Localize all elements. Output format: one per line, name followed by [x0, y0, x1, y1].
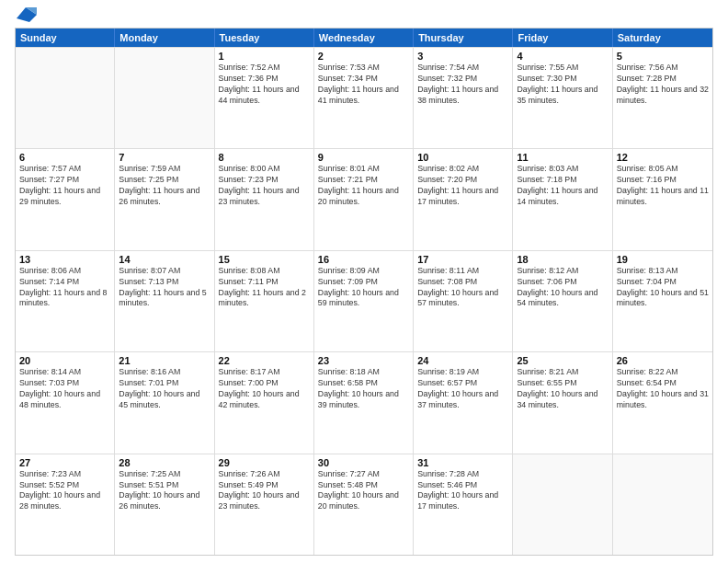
cell-details: Sunrise: 7:28 AM Sunset: 5:46 PM Dayligh… [417, 469, 508, 513]
calendar-row-1: 6Sunrise: 7:57 AM Sunset: 7:27 PM Daylig… [16, 148, 712, 249]
calendar-cell: 27Sunrise: 7:23 AM Sunset: 5:52 PM Dayli… [16, 454, 115, 555]
cell-details: Sunrise: 7:57 AM Sunset: 7:27 PM Dayligh… [19, 164, 110, 208]
day-number: 24 [417, 355, 508, 366]
calendar-cell [613, 454, 712, 555]
calendar-cell: 8Sunrise: 8:00 AM Sunset: 7:23 PM Daylig… [215, 149, 314, 249]
cell-details: Sunrise: 7:53 AM Sunset: 7:34 PM Dayligh… [318, 63, 409, 107]
cell-details: Sunrise: 7:52 AM Sunset: 7:36 PM Dayligh… [219, 63, 310, 107]
cell-details: Sunrise: 8:13 AM Sunset: 7:04 PM Dayligh… [617, 266, 709, 310]
day-number: 9 [318, 152, 409, 163]
calendar-cell: 21Sunrise: 8:16 AM Sunset: 7:01 PM Dayli… [115, 352, 214, 453]
calendar-cell: 2Sunrise: 7:53 AM Sunset: 7:34 PM Daylig… [314, 48, 414, 148]
cell-details: Sunrise: 7:55 AM Sunset: 7:30 PM Dayligh… [517, 63, 608, 107]
calendar-row-3: 20Sunrise: 8:14 AM Sunset: 7:03 PM Dayli… [16, 351, 712, 453]
day-number: 30 [318, 457, 409, 468]
cell-details: Sunrise: 8:21 AM Sunset: 6:55 PM Dayligh… [517, 367, 608, 411]
logo-icon [17, 7, 37, 22]
calendar-cell: 12Sunrise: 8:05 AM Sunset: 7:16 PM Dayli… [613, 149, 712, 249]
calendar: SundayMondayTuesdayWednesdayThursdayFrid… [15, 28, 713, 556]
calendar-cell: 1Sunrise: 7:52 AM Sunset: 7:36 PM Daylig… [215, 48, 314, 148]
header [15, 11, 713, 22]
day-number: 31 [417, 457, 508, 468]
header-day-saturday: Saturday [613, 29, 712, 47]
cell-details: Sunrise: 8:22 AM Sunset: 6:54 PM Dayligh… [617, 367, 709, 411]
cell-details: Sunrise: 7:59 AM Sunset: 7:25 PM Dayligh… [119, 164, 210, 208]
day-number: 27 [19, 457, 110, 468]
calendar-row-4: 27Sunrise: 7:23 AM Sunset: 5:52 PM Dayli… [16, 454, 712, 555]
calendar-cell: 19Sunrise: 8:13 AM Sunset: 7:04 PM Dayli… [613, 251, 712, 351]
calendar-cell: 3Sunrise: 7:54 AM Sunset: 7:32 PM Daylig… [414, 48, 513, 148]
cell-details: Sunrise: 8:08 AM Sunset: 7:11 PM Dayligh… [219, 266, 310, 310]
day-number: 19 [617, 254, 709, 265]
calendar-cell: 15Sunrise: 8:08 AM Sunset: 7:11 PM Dayli… [215, 251, 314, 351]
calendar-cell: 23Sunrise: 8:18 AM Sunset: 6:58 PM Dayli… [314, 352, 414, 453]
cell-details: Sunrise: 7:25 AM Sunset: 5:51 PM Dayligh… [119, 469, 210, 513]
calendar-cell [513, 454, 612, 555]
day-number: 10 [417, 152, 508, 163]
calendar-cell: 22Sunrise: 8:17 AM Sunset: 7:00 PM Dayli… [215, 352, 314, 453]
cell-details: Sunrise: 8:01 AM Sunset: 7:21 PM Dayligh… [318, 164, 409, 208]
cell-details: Sunrise: 8:12 AM Sunset: 7:06 PM Dayligh… [517, 266, 608, 310]
calendar-cell: 13Sunrise: 8:06 AM Sunset: 7:14 PM Dayli… [16, 251, 115, 351]
calendar-cell: 18Sunrise: 8:12 AM Sunset: 7:06 PM Dayli… [513, 251, 612, 351]
calendar-cell: 6Sunrise: 7:57 AM Sunset: 7:27 PM Daylig… [16, 149, 115, 249]
cell-details: Sunrise: 7:23 AM Sunset: 5:52 PM Dayligh… [19, 469, 110, 513]
logo [15, 11, 37, 22]
cell-details: Sunrise: 8:16 AM Sunset: 7:01 PM Dayligh… [119, 367, 210, 411]
header-day-sunday: Sunday [16, 29, 115, 47]
day-number: 3 [417, 51, 508, 62]
calendar-cell: 16Sunrise: 8:09 AM Sunset: 7:09 PM Dayli… [314, 251, 414, 351]
cell-details: Sunrise: 7:27 AM Sunset: 5:48 PM Dayligh… [318, 469, 409, 513]
day-number: 7 [119, 152, 210, 163]
cell-details: Sunrise: 8:18 AM Sunset: 6:58 PM Dayligh… [318, 367, 409, 411]
day-number: 12 [617, 152, 709, 163]
calendar-cell [115, 48, 214, 148]
day-number: 25 [517, 355, 608, 366]
calendar-cell: 9Sunrise: 8:01 AM Sunset: 7:21 PM Daylig… [314, 149, 414, 249]
day-number: 26 [617, 355, 709, 366]
cell-details: Sunrise: 8:07 AM Sunset: 7:13 PM Dayligh… [119, 266, 210, 310]
cell-details: Sunrise: 8:03 AM Sunset: 7:18 PM Dayligh… [517, 164, 608, 208]
calendar-cell: 26Sunrise: 8:22 AM Sunset: 6:54 PM Dayli… [613, 352, 712, 453]
day-number: 20 [19, 355, 110, 366]
calendar-cell: 28Sunrise: 7:25 AM Sunset: 5:51 PM Dayli… [115, 454, 214, 555]
day-number: 2 [318, 51, 409, 62]
page: SundayMondayTuesdayWednesdayThursdayFrid… [0, 0, 728, 563]
calendar-body: 1Sunrise: 7:52 AM Sunset: 7:36 PM Daylig… [16, 47, 712, 555]
cell-details: Sunrise: 8:17 AM Sunset: 7:00 PM Dayligh… [219, 367, 310, 411]
calendar-cell: 29Sunrise: 7:26 AM Sunset: 5:49 PM Dayli… [215, 454, 314, 555]
header-day-wednesday: Wednesday [314, 29, 414, 47]
calendar-cell: 31Sunrise: 7:28 AM Sunset: 5:46 PM Dayli… [414, 454, 513, 555]
calendar-cell: 25Sunrise: 8:21 AM Sunset: 6:55 PM Dayli… [513, 352, 612, 453]
header-day-thursday: Thursday [414, 29, 513, 47]
calendar-cell: 5Sunrise: 7:56 AM Sunset: 7:28 PM Daylig… [613, 48, 712, 148]
calendar-cell: 24Sunrise: 8:19 AM Sunset: 6:57 PM Dayli… [414, 352, 513, 453]
day-number: 14 [119, 254, 210, 265]
day-number: 23 [318, 355, 409, 366]
calendar-cell: 14Sunrise: 8:07 AM Sunset: 7:13 PM Dayli… [115, 251, 214, 351]
cell-details: Sunrise: 8:06 AM Sunset: 7:14 PM Dayligh… [19, 266, 110, 310]
day-number: 17 [417, 254, 508, 265]
calendar-cell: 11Sunrise: 8:03 AM Sunset: 7:18 PM Dayli… [513, 149, 612, 249]
calendar-cell: 20Sunrise: 8:14 AM Sunset: 7:03 PM Dayli… [16, 352, 115, 453]
cell-details: Sunrise: 7:56 AM Sunset: 7:28 PM Dayligh… [617, 63, 709, 107]
cell-details: Sunrise: 8:19 AM Sunset: 6:57 PM Dayligh… [417, 367, 508, 411]
day-number: 8 [219, 152, 310, 163]
calendar-cell: 7Sunrise: 7:59 AM Sunset: 7:25 PM Daylig… [115, 149, 214, 249]
calendar-cell: 17Sunrise: 8:11 AM Sunset: 7:08 PM Dayli… [414, 251, 513, 351]
day-number: 6 [19, 152, 110, 163]
header-day-friday: Friday [513, 29, 612, 47]
header-day-tuesday: Tuesday [215, 29, 314, 47]
day-number: 4 [517, 51, 608, 62]
day-number: 22 [219, 355, 310, 366]
calendar-header: SundayMondayTuesdayWednesdayThursdayFrid… [16, 29, 712, 47]
cell-details: Sunrise: 8:00 AM Sunset: 7:23 PM Dayligh… [219, 164, 310, 208]
calendar-cell [16, 48, 115, 148]
header-day-monday: Monday [115, 29, 214, 47]
cell-details: Sunrise: 7:26 AM Sunset: 5:49 PM Dayligh… [219, 469, 310, 513]
calendar-row-0: 1Sunrise: 7:52 AM Sunset: 7:36 PM Daylig… [16, 47, 712, 148]
day-number: 29 [219, 457, 310, 468]
cell-details: Sunrise: 8:05 AM Sunset: 7:16 PM Dayligh… [617, 164, 709, 208]
cell-details: Sunrise: 8:11 AM Sunset: 7:08 PM Dayligh… [417, 266, 508, 310]
day-number: 15 [219, 254, 310, 265]
